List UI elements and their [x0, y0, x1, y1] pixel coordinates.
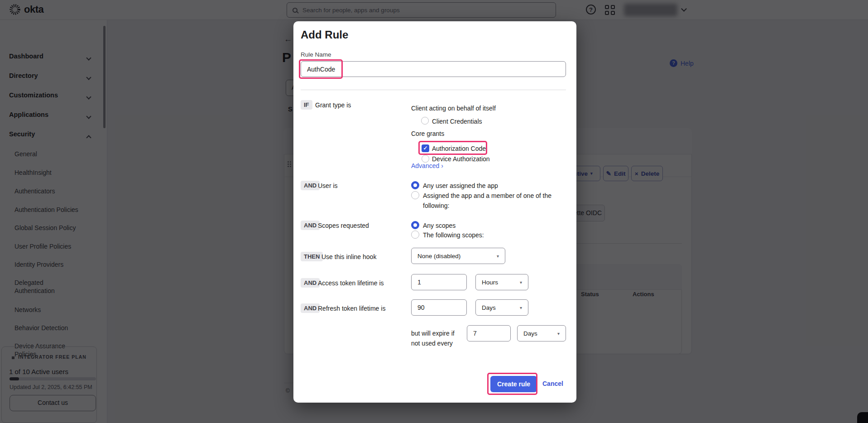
authorization-code-label[interactable]: Authorization Code	[432, 145, 486, 152]
authorization-code-checkbox[interactable]: ✓	[422, 144, 429, 152]
access-token-unit-value: Hours	[482, 279, 498, 286]
rule-name-input[interactable]	[301, 61, 566, 77]
expire-label-line2: not used every	[411, 340, 453, 347]
assigned-member-label-line2: following:	[423, 202, 449, 209]
add-rule-modal: Add Rule Rule Name IF Grant type is Clie…	[293, 21, 576, 403]
and-badge: AND	[301, 278, 320, 288]
user-is-label: User is	[318, 182, 338, 189]
expire-label-line1: but will expire if	[411, 330, 455, 337]
modal-divider	[301, 90, 566, 90]
dropdown-arrow-icon: ▾	[520, 305, 522, 310]
scopes-requested-label: Scopes requested	[318, 222, 369, 229]
cancel-button[interactable]: Cancel	[542, 380, 563, 387]
okta-admin-screen: okta ? Dashboard Directory Customization…	[0, 0, 868, 423]
if-badge: IF	[301, 100, 312, 110]
and-badge: AND	[301, 181, 320, 190]
refresh-token-unit-select[interactable]: Days ▾	[475, 299, 528, 316]
client-credentials-label[interactable]: Client Credentials	[432, 118, 482, 125]
refresh-token-label: Refresh token lifetime is	[318, 305, 385, 312]
advanced-link[interactable]: Advanced ›	[411, 162, 443, 169]
create-rule-button[interactable]: Create rule	[490, 376, 537, 392]
core-grants-label: Core grants	[411, 130, 444, 137]
refresh-token-unit-value: Days	[482, 304, 496, 311]
rule-name-label: Rule Name	[301, 51, 331, 58]
client-credentials-checkbox[interactable]	[421, 117, 429, 125]
dropdown-arrow-icon: ▾	[497, 254, 499, 259]
access-token-label: Access token lifetime is	[318, 279, 384, 287]
any-scopes-label[interactable]: Any scopes	[423, 222, 456, 229]
modal-title: Add Rule	[301, 29, 348, 41]
following-scopes-radio[interactable]	[411, 231, 419, 239]
access-token-unit-select[interactable]: Hours ▾	[475, 274, 528, 290]
assigned-member-radio[interactable]	[411, 191, 419, 199]
and-badge: AND	[301, 221, 320, 230]
assigned-member-label-line1[interactable]: Assigned the app and a member of one of …	[423, 192, 551, 199]
access-token-value-input[interactable]	[411, 274, 467, 290]
client-group-label: Client acting on behalf of itself	[411, 105, 496, 112]
inline-hook-label: Use this inline hook	[321, 253, 376, 260]
any-user-label[interactable]: Any user assigned the app	[423, 182, 498, 189]
then-badge: THEN	[301, 252, 323, 261]
dropdown-arrow-icon: ▾	[520, 280, 522, 285]
any-scopes-radio[interactable]	[411, 221, 419, 229]
expire-unit-value: Days	[523, 330, 537, 337]
grant-type-label: Grant type is	[315, 101, 351, 109]
inline-hook-select[interactable]: None (disabled) ▾	[411, 248, 505, 264]
dropdown-arrow-icon: ▾	[557, 331, 560, 336]
device-authorization-label[interactable]: Device Authorization	[432, 155, 490, 163]
expire-unit-select[interactable]: Days ▾	[517, 325, 566, 341]
inline-hook-value: None (disabled)	[417, 253, 460, 260]
and-badge: AND	[301, 303, 320, 313]
any-user-radio[interactable]	[411, 181, 419, 189]
refresh-token-value-input[interactable]	[411, 299, 467, 316]
following-scopes-label[interactable]: The following scopes:	[423, 231, 484, 239]
device-authorization-checkbox[interactable]	[422, 155, 429, 163]
expire-value-input[interactable]	[467, 325, 511, 341]
